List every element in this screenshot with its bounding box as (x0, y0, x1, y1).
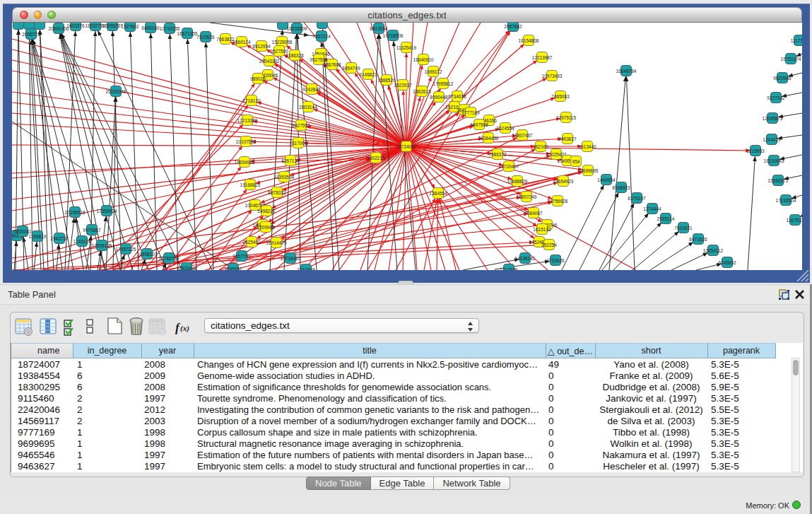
svg-text:15807249: 15807249 (517, 194, 537, 199)
svg-text:10719155: 10719155 (160, 26, 180, 31)
svg-text:1244419: 1244419 (763, 137, 781, 142)
svg-text:6466160: 6466160 (141, 25, 160, 30)
svg-text:19654925: 19654925 (235, 160, 255, 165)
svg-text:9660124: 9660124 (233, 40, 251, 45)
svg-text:9245652: 9245652 (718, 260, 736, 265)
svg-text:16640910: 16640910 (413, 57, 434, 62)
svg-text:9829966: 9829966 (773, 76, 792, 81)
svg-text:8912954: 8912954 (252, 44, 271, 49)
svg-text:2942737: 2942737 (50, 236, 69, 241)
svg-text:17955812: 17955812 (433, 81, 454, 86)
svg-text:20206518: 20206518 (65, 210, 86, 215)
svg-text:16782759: 16782759 (159, 256, 180, 261)
svg-text:1588520: 1588520 (377, 78, 396, 83)
svg-text:2087682: 2087682 (504, 24, 522, 29)
svg-text:2055721: 2055721 (22, 32, 40, 37)
svg-text:5498222: 5498222 (257, 209, 276, 214)
svg-text:1713342: 1713342 (500, 267, 518, 271)
svg-text:9227342: 9227342 (767, 95, 785, 100)
svg-text:19166825: 19166825 (240, 182, 261, 187)
svg-text:8878332: 8878332 (268, 190, 286, 195)
svg-text:16914479: 16914479 (266, 240, 287, 245)
svg-text:162160: 162160 (533, 144, 548, 149)
svg-text:1274444: 1274444 (643, 206, 661, 211)
svg-text:10654112: 10654112 (703, 248, 724, 253)
svg-text:15692971: 15692971 (768, 178, 789, 183)
svg-text:1295061: 1295061 (224, 267, 242, 271)
svg-text:1733426: 1733426 (546, 258, 565, 263)
svg-text:14136141: 14136141 (515, 256, 536, 261)
svg-text:1145114: 1145114 (73, 239, 91, 244)
svg-text:989015: 989015 (250, 76, 266, 81)
svg-text:1384554: 1384554 (429, 191, 447, 196)
svg-text:3624554: 3624554 (496, 126, 514, 131)
svg-text:9302215: 9302215 (367, 156, 385, 160)
svg-text:19756928: 19756928 (548, 199, 568, 204)
svg-text:17957225: 17957225 (116, 247, 136, 252)
svg-text:17016504: 17016504 (776, 198, 796, 203)
svg-text:9527508: 9527508 (310, 57, 328, 62)
svg-text:9463627: 9463627 (558, 136, 577, 141)
svg-text:9613440: 9613440 (578, 144, 596, 149)
svg-text:20364436: 20364436 (478, 136, 499, 141)
svg-text:10107552: 10107552 (236, 139, 257, 144)
svg-text:8471626: 8471626 (689, 237, 707, 242)
svg-text:252254: 252254 (541, 243, 557, 247)
svg-text:9146821: 9146821 (359, 72, 377, 77)
svg-text:8267130: 8267130 (281, 158, 300, 163)
svg-text:26053346: 26053346 (106, 89, 126, 94)
svg-text:12213987: 12213987 (532, 55, 553, 60)
svg-text:11325419: 11325419 (396, 45, 417, 50)
svg-text:1362615: 1362615 (413, 89, 431, 94)
svg-text:16671355: 16671355 (177, 31, 198, 36)
svg-text:1696112: 1696112 (425, 69, 442, 74)
svg-text:9084067: 9084067 (524, 211, 543, 216)
svg-text:9242848: 9242848 (302, 87, 321, 92)
svg-text:17359924: 17359924 (97, 209, 117, 214)
svg-text:16154808: 16154808 (519, 38, 539, 43)
svg-text:18724007: 18724007 (396, 144, 417, 149)
svg-text:1615132: 1615132 (533, 227, 551, 232)
svg-text:1209948: 1209948 (257, 225, 275, 230)
svg-text:1167533: 1167533 (787, 218, 802, 223)
svg-text:10655287: 10655287 (102, 23, 123, 28)
svg-text:1571648: 1571648 (297, 267, 315, 271)
svg-text:10807487: 10807487 (512, 133, 533, 138)
svg-text:9657791: 9657791 (233, 254, 251, 259)
svg-text:7625402: 7625402 (242, 240, 261, 245)
svg-text:7515526: 7515526 (196, 35, 215, 40)
svg-text:12505135: 12505135 (92, 243, 112, 248)
svg-text:1156819: 1156819 (29, 234, 47, 239)
svg-text:2935114: 2935114 (657, 216, 675, 221)
svg-text:(x): (x) (180, 324, 189, 333)
svg-text:15720407: 15720407 (499, 164, 519, 169)
svg-text:1317006: 1317006 (289, 141, 307, 146)
svg-text:8186328: 8186328 (286, 53, 304, 58)
svg-text:9975867: 9975867 (83, 228, 101, 233)
svg-text:6734028: 6734028 (448, 94, 466, 99)
svg-text:7663822: 7663822 (216, 37, 235, 42)
svg-text:8990448: 8990448 (430, 95, 448, 100)
svg-text:1117744: 1117744 (791, 38, 802, 43)
svg-text:2803144: 2803144 (299, 105, 317, 110)
svg-text:19654923: 19654923 (553, 179, 574, 184)
svg-text:12213389: 12213389 (237, 118, 258, 123)
svg-text:16648784: 16648784 (616, 69, 637, 74)
svg-text:10543382: 10543382 (259, 59, 280, 64)
svg-text:1440954: 1440954 (597, 177, 616, 182)
svg-text:11353594: 11353594 (274, 175, 295, 180)
svg-text:8938923: 8938923 (612, 185, 630, 190)
svg-text:7857224: 7857224 (312, 34, 331, 39)
svg-text:1527602: 1527602 (121, 24, 139, 29)
svg-text:8813054: 8813054 (370, 26, 388, 31)
svg-text:16033809: 16033809 (287, 26, 307, 31)
svg-text:9835061: 9835061 (13, 229, 32, 234)
svg-text:9777169: 9777169 (461, 110, 480, 115)
svg-text:12923448: 12923448 (177, 266, 197, 271)
svg-text:8427552: 8427552 (292, 123, 310, 128)
svg-text:3522037: 3522037 (394, 83, 412, 88)
svg-text:12975115: 12975115 (556, 115, 577, 120)
svg-text:10699695: 10699695 (578, 168, 599, 173)
svg-text:6497568: 6497568 (470, 122, 488, 127)
svg-text:954: 954 (572, 159, 580, 164)
